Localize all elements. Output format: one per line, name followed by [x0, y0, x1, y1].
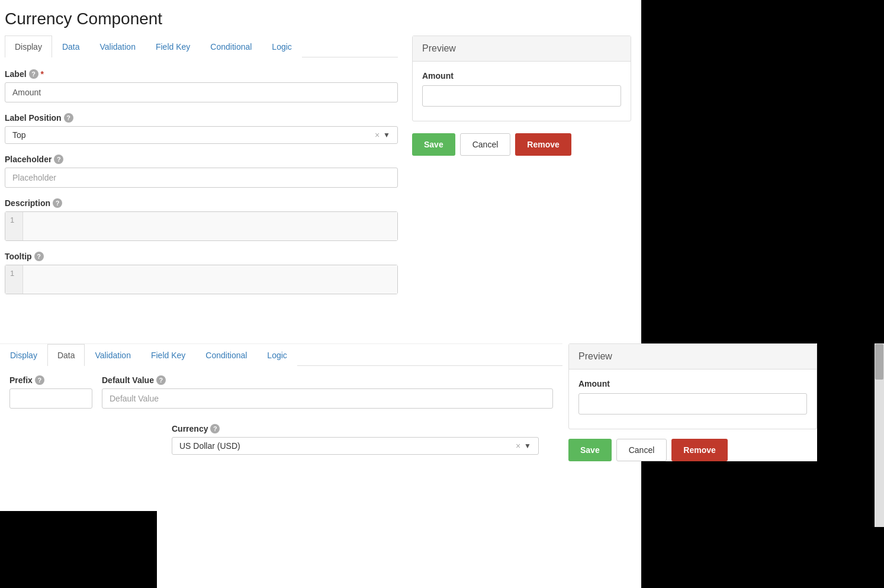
preview-amount-label: Amount	[422, 71, 621, 81]
description-label: Description ?	[5, 198, 398, 208]
label-field-group: Label ? *	[5, 69, 398, 102]
bottom-cancel-button[interactable]: Cancel	[616, 439, 667, 461]
description-field-group: Description ? 1	[5, 198, 398, 241]
label-field-label: Label ? *	[5, 69, 398, 79]
currency-field-group: Currency ? US Dollar (USD) × ▼	[172, 424, 553, 455]
save-button[interactable]: Save	[412, 133, 455, 156]
tooltip-textarea[interactable]	[23, 265, 397, 294]
remove-button[interactable]: Remove	[515, 133, 571, 156]
placeholder-help-icon[interactable]: ?	[54, 155, 63, 164]
tab-display[interactable]: Display	[5, 36, 52, 57]
bottom-tab-data[interactable]: Data	[47, 344, 85, 366]
bottom-area: Display Data Validation Field Key Condit…	[0, 343, 562, 475]
tab-data[interactable]: Data	[52, 36, 90, 57]
bottom-action-buttons: Save Cancel Remove	[568, 439, 817, 461]
label-input[interactable]	[5, 82, 398, 102]
tab-validation[interactable]: Validation	[89, 36, 145, 57]
tooltip-line-number: 1	[5, 265, 23, 294]
tooltip-label: Tooltip ?	[5, 252, 398, 261]
cancel-button[interactable]: Cancel	[460, 133, 511, 156]
preview-amount-input	[422, 85, 621, 107]
top-tabs: Display Data Validation Field Key Condit…	[5, 36, 398, 57]
preview-body: Amount	[413, 62, 631, 121]
bottom-tabs: Display Data Validation Field Key Condit…	[0, 344, 562, 366]
description-textarea[interactable]	[23, 212, 397, 240]
tooltip-field-group: Tooltip ? 1	[5, 252, 398, 294]
label-position-arrow-icon[interactable]: ▼	[383, 131, 390, 139]
left-panel: Display Data Validation Field Key Condit…	[0, 36, 403, 588]
default-value-field-group: Default Value ?	[102, 375, 553, 409]
scrollbar[interactable]	[875, 343, 884, 527]
label-required-star: *	[41, 69, 44, 79]
bottom-tab-conditional[interactable]: Conditional	[195, 344, 257, 366]
currency-arrow-icon[interactable]: ▼	[524, 442, 531, 450]
placeholder-label: Placeholder ?	[5, 155, 398, 164]
placeholder-input[interactable]	[5, 168, 398, 188]
currency-help-icon[interactable]: ?	[210, 424, 220, 433]
bottom-preview-body: Amount	[569, 369, 817, 429]
tooltip-textarea-wrapper: 1	[5, 265, 398, 294]
currency-value: US Dollar (USD)	[179, 441, 516, 451]
description-line-number: 1	[5, 212, 23, 240]
black-bottom-left-area	[0, 511, 157, 588]
placeholder-field-group: Placeholder ?	[5, 155, 398, 188]
label-position-clear-icon[interactable]: ×	[375, 130, 380, 140]
bottom-fields: Prefix ? Default Value ?	[0, 366, 562, 419]
bottom-remove-button[interactable]: Remove	[671, 439, 727, 461]
currency-label: Currency ?	[172, 424, 553, 433]
bottom-save-button[interactable]: Save	[568, 439, 612, 461]
tab-logic[interactable]: Logic	[262, 36, 301, 57]
description-help-icon[interactable]: ?	[53, 198, 62, 208]
label-position-help-icon[interactable]: ?	[64, 113, 73, 123]
prefix-label: Prefix ?	[9, 375, 92, 385]
prefix-help-icon[interactable]: ?	[35, 375, 44, 385]
currency-field-wrapper: Currency ? US Dollar (USD) × ▼	[0, 419, 562, 475]
default-value-label: Default Value ?	[102, 375, 553, 385]
bottom-preview-box: Preview Amount	[568, 343, 817, 429]
scroll-thumb[interactable]	[875, 344, 883, 380]
tab-field-key[interactable]: Field Key	[146, 36, 200, 57]
bottom-right-preview: Preview Amount Save Cancel Remove	[568, 343, 817, 461]
tooltip-help-icon[interactable]: ?	[34, 252, 44, 261]
bottom-preview-header: Preview	[569, 344, 817, 369]
prefix-input[interactable]	[9, 388, 92, 409]
label-help-icon[interactable]: ?	[29, 69, 38, 79]
bottom-tab-field-key[interactable]: Field Key	[141, 344, 195, 366]
label-position-field-group: Label Position ? Top × ▼	[5, 113, 398, 144]
label-position-value: Top	[12, 130, 375, 140]
bottom-preview-amount-label: Amount	[578, 379, 807, 388]
bottom-tab-validation[interactable]: Validation	[85, 344, 140, 366]
label-position-label: Label Position ?	[5, 113, 398, 123]
black-right-area	[641, 0, 884, 588]
description-textarea-wrapper: 1	[5, 211, 398, 241]
label-position-select[interactable]: Top × ▼	[5, 126, 398, 144]
default-value-input[interactable]	[102, 388, 553, 409]
prefix-field-group: Prefix ?	[9, 375, 92, 409]
default-value-help-icon[interactable]: ?	[156, 375, 166, 385]
currency-clear-icon[interactable]: ×	[516, 441, 520, 451]
bottom-tab-display[interactable]: Display	[0, 344, 47, 366]
preview-header: Preview	[413, 36, 631, 62]
bottom-tab-logic[interactable]: Logic	[257, 344, 297, 366]
preview-box: Preview Amount	[412, 36, 631, 121]
currency-select[interactable]: US Dollar (USD) × ▼	[172, 437, 539, 455]
tab-conditional[interactable]: Conditional	[200, 36, 262, 57]
bottom-preview-amount-input	[578, 393, 807, 415]
